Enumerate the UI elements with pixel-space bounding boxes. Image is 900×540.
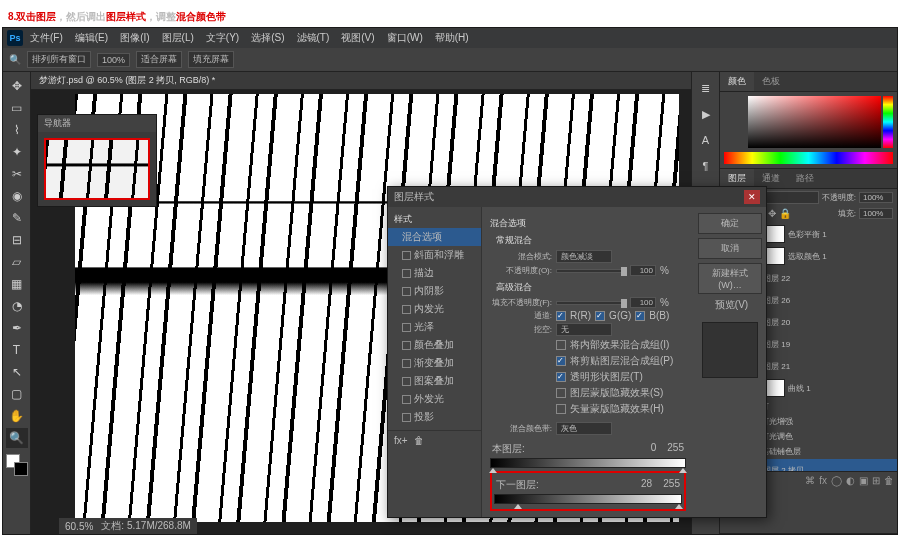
para-icon[interactable]: ¶ bbox=[696, 156, 716, 176]
wand-tool[interactable]: ✦ bbox=[6, 142, 28, 162]
crop-tool[interactable]: ✂ bbox=[6, 164, 28, 184]
menu-edit[interactable]: 编辑(E) bbox=[70, 29, 113, 47]
menu-select[interactable]: 选择(S) bbox=[246, 29, 289, 47]
style-checkbox[interactable] bbox=[402, 359, 411, 368]
opacity-value[interactable]: 100 bbox=[630, 265, 656, 276]
menu-window[interactable]: 窗口(W) bbox=[382, 29, 428, 47]
tab-swatches[interactable]: 色板 bbox=[754, 72, 788, 91]
path-tool[interactable]: ↖ bbox=[6, 362, 28, 382]
fx-add-icon[interactable]: fx+ bbox=[394, 435, 408, 446]
style-item[interactable]: 图案叠加 bbox=[388, 372, 481, 390]
style-item[interactable]: 外发光 bbox=[388, 390, 481, 408]
knockout-select[interactable]: 无 bbox=[556, 323, 612, 336]
cb-vector-fx[interactable] bbox=[556, 404, 566, 414]
style-item[interactable]: 混合选项 bbox=[388, 228, 481, 246]
menu-filter[interactable]: 滤镜(T) bbox=[292, 29, 335, 47]
under-layer-slider[interactable] bbox=[494, 494, 682, 504]
style-checkbox[interactable] bbox=[402, 269, 411, 278]
trash-icon[interactable]: 🗑 bbox=[414, 435, 424, 446]
marquee-tool[interactable]: ▭ bbox=[6, 98, 28, 118]
document-tab[interactable]: 梦游灯.psd @ 60.5% (图层 2 拷贝, RGB/8) * bbox=[31, 72, 691, 90]
actions-icon[interactable]: ▶ bbox=[696, 104, 716, 124]
menu-image[interactable]: 图像(I) bbox=[115, 29, 154, 47]
menu-layer[interactable]: 图层(L) bbox=[157, 29, 199, 47]
layer-opacity-label: 不透明度: bbox=[822, 192, 856, 203]
cb-inner-group[interactable] bbox=[556, 340, 566, 350]
layer-fill[interactable]: 100% bbox=[859, 208, 893, 219]
opt-fillscreen[interactable]: 填充屏幕 bbox=[188, 51, 234, 68]
style-item[interactable]: 渐变叠加 bbox=[388, 354, 481, 372]
cb-clip-group[interactable] bbox=[556, 356, 566, 366]
this-layer-slider[interactable] bbox=[490, 458, 686, 468]
style-item[interactable]: 内阴影 bbox=[388, 282, 481, 300]
style-checkbox[interactable] bbox=[402, 323, 411, 332]
hand-tool[interactable]: ✋ bbox=[6, 406, 28, 426]
style-item[interactable]: 描边 bbox=[388, 264, 481, 282]
tab-color[interactable]: 颜色 bbox=[720, 72, 754, 91]
style-checkbox[interactable] bbox=[402, 377, 411, 386]
color-picker[interactable] bbox=[720, 92, 897, 168]
link-layers-icon[interactable]: ⌘ bbox=[805, 475, 815, 486]
new-layer-icon[interactable]: ⊞ bbox=[872, 475, 880, 486]
blendmode-select[interactable]: 颜色减淡 bbox=[556, 250, 612, 263]
adjustment-icon[interactable]: ◐ bbox=[846, 475, 855, 486]
shape-tool[interactable]: ▢ bbox=[6, 384, 28, 404]
zoom-tool[interactable]: 🔍 bbox=[6, 428, 28, 448]
delete-layer-icon[interactable]: 🗑 bbox=[884, 475, 894, 486]
newstyle-button[interactable]: 新建样式(W)… bbox=[698, 263, 762, 294]
eyedropper-tool[interactable]: ◉ bbox=[6, 186, 28, 206]
lasso-tool[interactable]: ⌇ bbox=[6, 120, 28, 140]
layer-opacity[interactable]: 100% bbox=[859, 192, 893, 203]
style-checkbox[interactable] bbox=[402, 395, 411, 404]
ch-g[interactable] bbox=[595, 311, 605, 321]
char-icon[interactable]: A bbox=[696, 130, 716, 150]
pen-tool[interactable]: ✒ bbox=[6, 318, 28, 338]
opacity-slider[interactable] bbox=[556, 269, 626, 273]
navigator-thumb[interactable] bbox=[44, 138, 150, 200]
blendif-channel[interactable]: 灰色 bbox=[556, 422, 612, 435]
style-item[interactable]: 颜色叠加 bbox=[388, 336, 481, 354]
stamp-tool[interactable]: ⊟ bbox=[6, 230, 28, 250]
move-tool[interactable]: ✥ bbox=[6, 76, 28, 96]
blur-tool[interactable]: ◔ bbox=[6, 296, 28, 316]
style-checkbox[interactable] bbox=[402, 341, 411, 350]
style-item[interactable]: 内发光 bbox=[388, 300, 481, 318]
fillop-slider[interactable] bbox=[556, 301, 626, 305]
eraser-tool[interactable]: ▱ bbox=[6, 252, 28, 272]
ok-button[interactable]: 确定 bbox=[698, 213, 762, 234]
cancel-button[interactable]: 取消 bbox=[698, 238, 762, 259]
style-checkbox[interactable] bbox=[402, 251, 411, 260]
style-item[interactable]: 投影 bbox=[388, 408, 481, 426]
navigator-panel[interactable]: 导航器 bbox=[37, 114, 157, 207]
opt-fitscreen[interactable]: 适合屏幕 bbox=[136, 51, 182, 68]
style-item[interactable]: 光泽 bbox=[388, 318, 481, 336]
cb-trans-shape[interactable] bbox=[556, 372, 566, 382]
cb-mask-fx[interactable] bbox=[556, 388, 566, 398]
mask-icon[interactable]: ◯ bbox=[831, 475, 842, 486]
group-icon[interactable]: ▣ bbox=[859, 475, 868, 486]
ch-r[interactable] bbox=[556, 311, 566, 321]
opt-zoom[interactable]: 100% bbox=[97, 53, 130, 67]
fillop-value[interactable]: 100 bbox=[630, 297, 656, 308]
menu-view[interactable]: 视图(V) bbox=[336, 29, 379, 47]
fx-icon[interactable]: fx bbox=[819, 475, 827, 486]
style-checkbox[interactable] bbox=[402, 287, 411, 296]
color-swatches[interactable] bbox=[6, 454, 28, 476]
opt-arrange[interactable]: 排列所有窗口 bbox=[27, 51, 91, 68]
ch-b[interactable] bbox=[635, 311, 645, 321]
status-zoom[interactable]: 60.5% bbox=[65, 521, 93, 532]
menu-file[interactable]: 文件(F) bbox=[25, 29, 68, 47]
tab-paths[interactable]: 路径 bbox=[788, 169, 822, 188]
style-checkbox[interactable] bbox=[402, 305, 411, 314]
close-icon[interactable]: ✕ bbox=[744, 190, 760, 204]
style-checkbox[interactable] bbox=[402, 413, 411, 422]
gradient-tool[interactable]: ▦ bbox=[6, 274, 28, 294]
menu-type[interactable]: 文字(Y) bbox=[201, 29, 244, 47]
dialog-titlebar[interactable]: 图层样式 ✕ bbox=[388, 187, 766, 207]
brush-tool[interactable]: ✎ bbox=[6, 208, 28, 228]
history-icon[interactable]: ≣ bbox=[696, 78, 716, 98]
photoshop-window: Ps 文件(F) 编辑(E) 图像(I) 图层(L) 文字(Y) 选择(S) 滤… bbox=[2, 27, 898, 535]
style-item[interactable]: 斜面和浮雕 bbox=[388, 246, 481, 264]
menu-help[interactable]: 帮助(H) bbox=[430, 29, 474, 47]
text-tool[interactable]: T bbox=[6, 340, 28, 360]
